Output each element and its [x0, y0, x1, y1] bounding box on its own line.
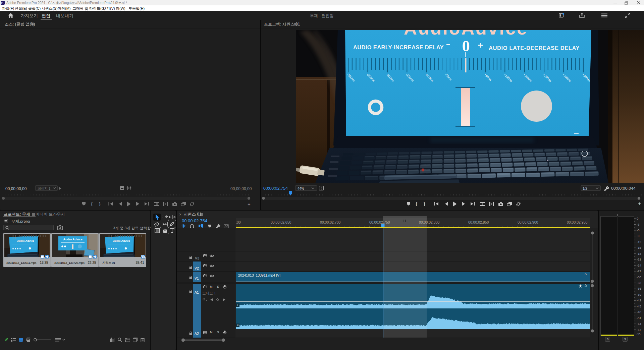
svg-text:AudioAdvice: AudioAdvice — [404, 30, 527, 38]
svg-text:00:00:02.700: 00:00:02.700 — [320, 220, 340, 224]
svg-text:-45: -45 — [637, 304, 641, 308]
svg-text:-57: -57 — [637, 328, 641, 332]
svg-text:-54: -54 — [637, 322, 641, 326]
svg-text:Audio Advice: Audio Advice — [63, 238, 82, 241]
svg-text:AUDIO EARLY-INCREASE DELAY: AUDIO EARLY-INCREASE DELAY — [353, 44, 444, 50]
svg-text:dB: dB — [637, 332, 641, 336]
svg-text:-18: -18 — [637, 252, 641, 255]
svg-text:-9: -9 — [637, 234, 639, 238]
svg-text:-48: -48 — [637, 310, 641, 314]
svg-text:00:00:02.650: 00:00:02.650 — [271, 220, 291, 224]
svg-text:-33: -33 — [637, 281, 641, 285]
svg-text:00:00:02.900: 00:00:02.900 — [518, 220, 538, 224]
svg-text:00:00:02.950: 00:00:02.950 — [567, 220, 587, 224]
svg-text:AUDIO LATE-DECREASE DELAY: AUDIO LATE-DECREASE DELAY — [489, 45, 580, 51]
svg-text:-51: -51 — [637, 316, 641, 320]
svg-text:-6: -6 — [637, 228, 639, 232]
svg-text:-39: -39 — [637, 293, 641, 296]
svg-text:0: 0 — [637, 217, 638, 220]
svg-text:Audio Advice: Audio Advice — [17, 239, 34, 242]
svg-text:-3: -3 — [637, 223, 639, 226]
svg-text:-30: -30 — [637, 275, 641, 279]
svg-text:0: 0 — [462, 38, 470, 55]
svg-text:-15: -15 — [637, 246, 641, 249]
svg-text:-42: -42 — [637, 298, 641, 302]
svg-text:00:00:02.850: 00:00:02.850 — [468, 220, 489, 224]
svg-text:;00: ;00 — [236, 220, 241, 224]
svg-text:-12: -12 — [637, 240, 641, 244]
svg-text:-27: -27 — [637, 269, 641, 273]
svg-text:-24: -24 — [637, 264, 641, 267]
svg-text:-36: -36 — [637, 287, 641, 290]
svg-text:Audio Advice: Audio Advice — [113, 239, 130, 242]
svg-text:-21: -21 — [637, 257, 641, 261]
